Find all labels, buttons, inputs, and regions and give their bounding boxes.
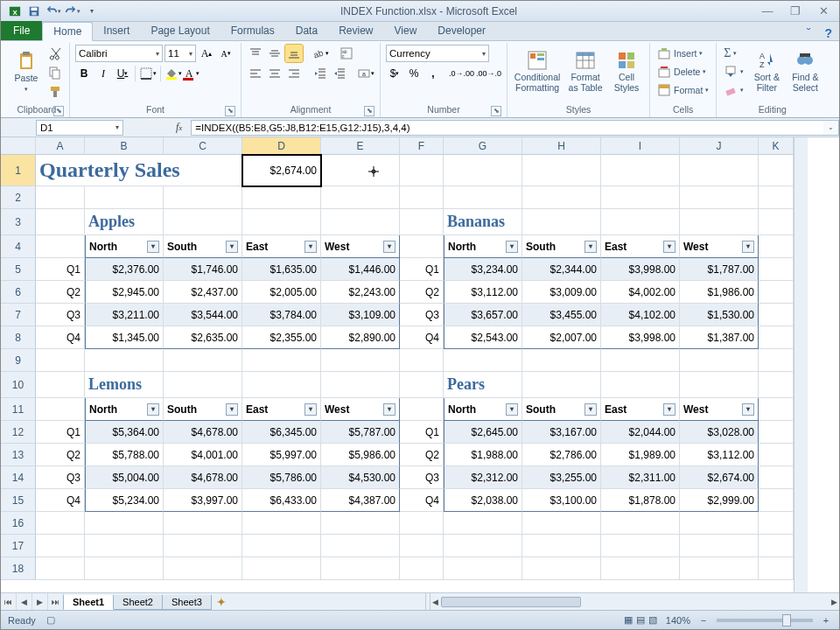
cell[interactable] [164, 209, 242, 235]
column-header[interactable]: B [85, 137, 164, 155]
column-header[interactable]: K [759, 137, 794, 155]
filter-dropdown-icon[interactable]: ▾ [584, 241, 597, 253]
sheet-tab-sheet1[interactable]: Sheet1 [63, 595, 114, 610]
cell[interactable] [400, 557, 444, 580]
cell[interactable] [164, 535, 242, 557]
cell[interactable]: East▾ [601, 235, 680, 258]
sheet-nav-first[interactable]: ⏮ [1, 593, 17, 610]
cell[interactable]: Q2 [36, 444, 85, 466]
row-header[interactable]: 13 [1, 444, 36, 466]
cell[interactable] [400, 512, 444, 535]
row-header[interactable]: 9 [1, 349, 36, 372]
row-header[interactable]: 14 [1, 466, 36, 489]
column-header[interactable]: F [400, 137, 444, 155]
increase-indent-button[interactable] [331, 65, 348, 82]
cell[interactable]: North▾ [85, 398, 164, 421]
sheet-tab-sheet2[interactable]: Sheet2 [113, 595, 163, 610]
cell[interactable]: $3,100.00 [522, 489, 601, 512]
cell[interactable] [164, 512, 242, 535]
cell[interactable]: Q4 [400, 326, 444, 349]
cell[interactable] [444, 535, 522, 557]
cell[interactable] [85, 512, 164, 535]
cell[interactable] [36, 398, 85, 421]
font-color-button[interactable]: A▾ [184, 65, 201, 82]
cell[interactable] [522, 512, 601, 535]
cell[interactable]: $3,998.00 [601, 258, 680, 281]
cell[interactable] [680, 372, 759, 398]
cell[interactable] [601, 535, 680, 557]
find-select-button[interactable]: Find & Select [788, 45, 822, 99]
ribbon-tab-view[interactable]: View [384, 21, 428, 40]
filter-dropdown-icon[interactable]: ▾ [226, 241, 238, 253]
cell[interactable]: $2,344.00 [522, 258, 601, 281]
cell[interactable] [522, 535, 601, 557]
cell[interactable]: Q3 [400, 304, 444, 326]
row-header[interactable]: 7 [1, 304, 36, 326]
cell[interactable] [321, 155, 400, 186]
ribbon-tab-home[interactable]: Home [42, 22, 93, 41]
cell[interactable]: $3,028.00 [680, 421, 759, 444]
cell[interactable] [242, 535, 321, 557]
redo-icon[interactable]: ▾ [64, 3, 81, 20]
cell[interactable] [601, 186, 680, 209]
cell[interactable] [400, 155, 444, 186]
cell[interactable] [601, 349, 680, 372]
cell[interactable]: $2,005.00 [242, 281, 321, 304]
cell[interactable] [680, 349, 759, 372]
grow-font-button[interactable]: A▴ [198, 45, 215, 62]
cell[interactable] [242, 512, 321, 535]
cell[interactable] [444, 155, 522, 186]
cell[interactable] [759, 444, 794, 466]
minimize-button[interactable]: — [757, 4, 778, 18]
cell[interactable] [36, 557, 85, 580]
cell[interactable] [759, 326, 794, 349]
cell[interactable]: Lemons [85, 372, 164, 398]
cell[interactable] [759, 557, 794, 580]
cell[interactable]: $3,112.00 [444, 281, 522, 304]
orientation-button[interactable]: ab▾ [312, 45, 329, 62]
clipboard-dialog-launcher[interactable]: ⬊ [53, 106, 64, 116]
sheet-tab-sheet3[interactable]: Sheet3 [162, 595, 212, 610]
cell[interactable]: $4,002.00 [601, 281, 680, 304]
cell[interactable]: $2,311.00 [601, 466, 680, 489]
row-header[interactable]: 4 [1, 235, 36, 258]
italic-button[interactable]: I [94, 65, 112, 82]
filter-dropdown-icon[interactable]: ▾ [147, 403, 159, 416]
increase-decimal-button[interactable]: .0→.00 [449, 65, 474, 82]
cell[interactable] [444, 349, 522, 372]
align-bottom-button[interactable] [285, 45, 303, 62]
cell[interactable] [36, 235, 85, 258]
cell[interactable] [85, 535, 164, 557]
cell[interactable] [522, 186, 601, 209]
autosum-button[interactable]: Σ▾ [722, 45, 746, 62]
cell[interactable]: $2,674.00 [680, 466, 759, 489]
cell[interactable]: $4,678.00 [164, 421, 242, 444]
underline-button[interactable]: U▾ [114, 65, 131, 82]
sheet-nav-last[interactable]: ⏭ [48, 593, 64, 610]
cell[interactable] [759, 512, 794, 535]
cell[interactable] [522, 209, 601, 235]
cell[interactable]: $3,998.00 [601, 326, 680, 349]
cell[interactable] [400, 372, 444, 398]
cell[interactable] [680, 209, 759, 235]
filter-dropdown-icon[interactable]: ▾ [304, 241, 317, 253]
cell[interactable] [242, 186, 321, 209]
undo-icon[interactable]: ▾ [45, 3, 62, 20]
cell[interactable]: $2,674.00 [242, 155, 321, 186]
cell[interactable] [36, 535, 85, 557]
cell[interactable]: Quarterly Sales [36, 155, 242, 186]
merge-center-button[interactable]: a▾ [357, 65, 374, 82]
ribbon-tab-developer[interactable]: Developer [427, 21, 496, 40]
cell[interactable] [759, 186, 794, 209]
cell[interactable]: Q3 [36, 466, 85, 489]
cell[interactable] [759, 466, 794, 489]
filter-dropdown-icon[interactable]: ▾ [304, 403, 317, 416]
shrink-font-button[interactable]: A▾ [217, 45, 234, 62]
row-header[interactable]: 2 [1, 186, 36, 209]
cell[interactable] [242, 372, 321, 398]
filter-dropdown-icon[interactable]: ▾ [663, 241, 676, 253]
cell[interactable]: $2,044.00 [601, 421, 680, 444]
cell[interactable] [759, 304, 794, 326]
accounting-format-button[interactable]: $▾ [386, 65, 403, 82]
ribbon-tab-formulas[interactable]: Formulas [220, 21, 285, 40]
